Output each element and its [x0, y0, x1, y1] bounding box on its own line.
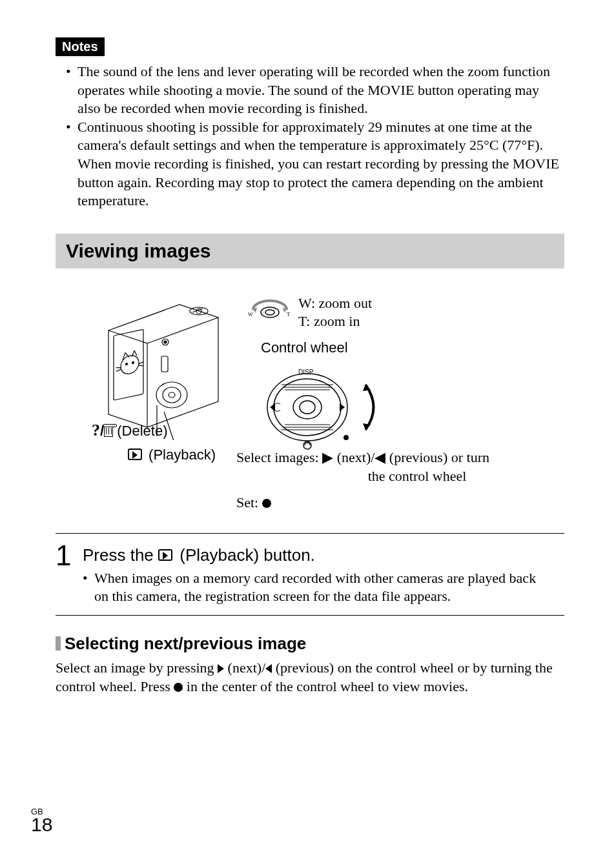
playback-icon [128, 449, 142, 460]
delete-button-label: ?/ (Delete) [92, 421, 167, 440]
svg-point-9 [169, 392, 175, 398]
svg-point-8 [163, 387, 181, 403]
step-bullet: When images on a memory card recorded wi… [83, 569, 548, 606]
svg-point-12 [261, 307, 279, 318]
playback-button-label: (Playback) [128, 447, 216, 463]
figure-area: W T W: zoom out T: zoom in Control wheel… [56, 281, 564, 527]
body-frag: in the center of the control wheel to vi… [183, 678, 468, 694]
body-frag: Select an image by pressing [56, 660, 218, 676]
subsection-title-text: Selecting next/previous image [65, 634, 306, 653]
step-title-prefix: Press the [83, 545, 158, 565]
next-arrow-icon [218, 664, 224, 673]
select-images-text: Select images: ▶ (next)/◀ (previous) or … [236, 448, 540, 486]
svg-text:W: W [248, 312, 253, 318]
step-title: Press the (Playback) button. [83, 545, 548, 565]
svg-rect-6 [161, 356, 168, 372]
svg-point-3 [132, 361, 134, 364]
control-wheel-label: Control wheel [261, 339, 348, 356]
select-images-line2: the control wheel [294, 467, 540, 486]
zoom-lever-icon: W T [244, 290, 296, 321]
step-1: 1 Press the (Playback) button. When imag… [56, 533, 564, 616]
center-dot-icon [262, 499, 271, 508]
trash-icon [104, 427, 113, 437]
set-word: Set: [236, 494, 262, 510]
playback-icon [158, 549, 172, 561]
svg-point-18 [293, 396, 322, 419]
notes-list: The sound of the lens and lever operatin… [56, 63, 564, 210]
svg-point-19 [300, 401, 315, 414]
delete-word: (Delete) [113, 423, 167, 439]
svg-point-2 [126, 363, 128, 365]
prev-arrow-icon [265, 664, 272, 673]
body-frag: (next)/ [224, 660, 265, 676]
svg-point-16 [267, 374, 347, 441]
playback-word: (Playback) [145, 447, 216, 463]
svg-point-22 [344, 435, 349, 440]
svg-point-7 [156, 382, 187, 408]
subsection-body: Select an image by pressing (next)/ (pre… [56, 659, 564, 696]
control-wheel-illustration: DISP [249, 359, 398, 456]
svg-point-13 [265, 310, 274, 315]
heading-bar-icon [56, 636, 61, 651]
svg-text:T: T [287, 312, 290, 318]
notes-badge: Notes [56, 37, 105, 56]
select-images-line1: Select images: ▶ (next)/◀ (previous) or … [236, 449, 489, 465]
note-item: Continuous shooting is possible for appr… [68, 118, 564, 210]
set-label: Set: [236, 494, 271, 511]
help-icon: ? [92, 421, 100, 439]
page-number: 18 [31, 814, 52, 835]
zoom-labels: W: zoom out T: zoom in [298, 294, 372, 331]
section-heading: Viewing images [56, 234, 564, 268]
page-footer: GB 18 [31, 807, 52, 836]
subsection-heading: Selecting next/previous image [56, 634, 564, 654]
svg-text:DISP: DISP [298, 368, 314, 376]
center-dot-icon [174, 683, 183, 692]
zoom-in-label: T: zoom in [298, 312, 372, 331]
zoom-out-label: W: zoom out [298, 294, 372, 313]
step-title-suffix: (Playback) button. [175, 545, 315, 565]
camera-illustration [102, 292, 238, 440]
note-item: The sound of the lens and lever operatin… [68, 63, 564, 118]
svg-point-5 [164, 341, 167, 343]
step-number: 1 [56, 541, 80, 570]
